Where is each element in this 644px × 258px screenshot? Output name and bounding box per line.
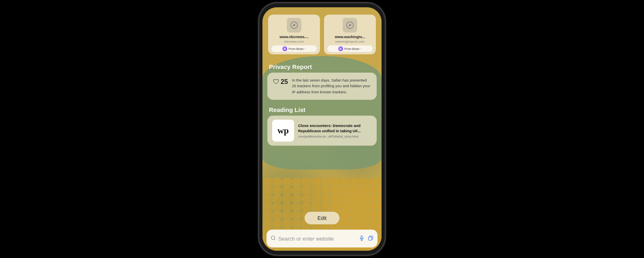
chevron-icon-wapo: › [360,47,361,50]
svg-marker-6 [292,24,295,26]
privacy-report-title: Privacy Report [262,60,382,73]
phone-device: www.nbcnews.... nbcnews.com B From Brian… [259,3,385,255]
shared-tabs-row: www.nbcnews.... nbcnews.com B From Brian… [268,15,376,54]
compass-icon-nbc [287,18,301,32]
phone-screen: www.nbcnews.... nbcnews.com B From Brian… [262,7,382,251]
tab-domain-wapo: washingtonpost.com [327,40,373,43]
reading-list-title: Reading List [262,103,382,116]
privacy-icon-block: 🛡 25 [273,78,288,86]
svg-rect-14 [369,237,372,240]
search-actions [359,235,373,242]
scroll-content: Privacy Report 🛡 25 In the last seven da… [262,60,382,226]
tab-url-wapo: www.washingto... [327,35,373,39]
privacy-report-card[interactable]: 🛡 25 In the last seven days, Safari has … [267,73,377,100]
search-bar[interactable]: Search or enter website [267,230,377,247]
search-icon [271,235,276,242]
svg-marker-8 [348,24,351,26]
compass-icon-wapo [343,18,357,32]
reading-list-card[interactable]: wp Close encounters: Democrats and Repub… [267,116,377,146]
article-title: Close encounters: Democrats and Republic… [298,123,372,134]
tab-card-nbc[interactable]: www.nbcnews.... nbcnews.com B From Brian… [268,15,320,54]
from-brian-badge-nbc[interactable]: B From Brian › [271,45,317,52]
tracker-count: 25 [281,78,288,86]
shield-icon: 🛡 [273,78,279,86]
svg-rect-11 [361,236,363,239]
svg-point-9 [271,236,275,240]
from-brian-badge-wapo[interactable]: B From Brian › [327,45,373,52]
search-placeholder-text: Search or enter website [278,236,356,242]
edit-button[interactable]: Edit [305,212,339,224]
privacy-description: In the last seven days, Safari has preve… [292,77,371,95]
brian-avatar-nbc: B [282,46,287,51]
microphone-icon[interactable] [359,235,365,242]
tab-card-wapo[interactable]: www.washingto... washingtonpost.com B Fr… [324,15,376,54]
tab-domain-nbc: nbcnews.com [271,40,317,43]
reading-info: Close encounters: Democrats and Republic… [298,123,372,138]
brian-avatar-wapo: B [338,46,343,51]
article-url: com/politics/ufos-bi...aff7d9a0d_story.h… [298,135,372,138]
svg-line-10 [274,239,275,240]
tabs-icon[interactable] [368,235,373,242]
from-brian-label-wapo: From Brian [344,47,359,51]
chevron-icon-nbc: › [305,47,305,50]
tab-url-nbc: www.nbcnews.... [271,35,317,39]
phone-content: www.nbcnews.... nbcnews.com B From Brian… [262,7,382,251]
edit-area: Edit [262,212,382,224]
wp-logo: wp [272,120,294,142]
from-brian-label-nbc: From Brian [288,47,303,51]
